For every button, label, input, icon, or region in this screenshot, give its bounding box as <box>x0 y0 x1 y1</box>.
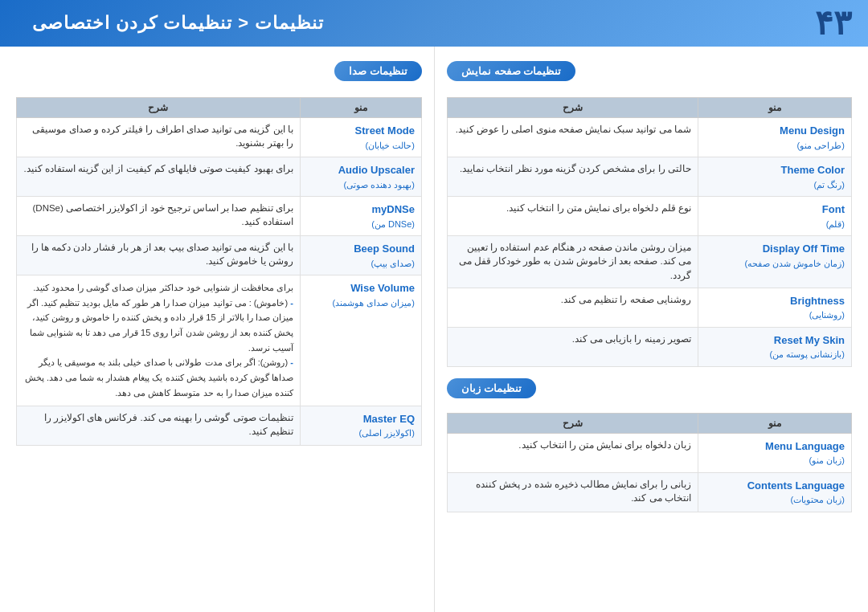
menu-sub-label: (بهبود دهنده صوتی) <box>307 178 415 192</box>
menu-sub-label: (روشنایی) <box>705 308 845 322</box>
menu-main-label: Master EQ <box>307 411 415 427</box>
menu-main-label: Font <box>705 202 845 218</box>
menu-main-label: Contents Language <box>705 478 845 494</box>
language-row: Contents Language (زبان محتویات) زبانی ر… <box>448 472 852 512</box>
sound-menu-cell: Master EQ (اکولایزر اصلی) <box>300 406 421 445</box>
lang-menu-header: منو <box>698 413 851 433</box>
menu-main-label: Audio Upscaler <box>307 162 415 178</box>
display-menu-cell: Reset My Skin (بازنشانی پوسته من) <box>698 327 851 366</box>
menu-sub-label: (رنگ تم) <box>705 178 845 192</box>
menu-main-label: Wise Volume <box>307 280 415 296</box>
sound-desc-text: تنظیمات صوتی گوشی را بهینه می کند. فرکان… <box>44 413 293 436</box>
main-content: تنظیمات صفحه نمایش منو شرح Menu Design (… <box>0 47 868 612</box>
menu-sub-label: (اکولایزر اصلی) <box>307 426 415 440</box>
sound-settings-table: منو شرح Street Mode (حالت خیابان) با این… <box>16 97 422 446</box>
sound-row: Audio Upscaler (بهبود دهنده صوتی) برای ب… <box>17 157 422 197</box>
menu-main-label: Display Off Time <box>705 241 845 257</box>
sound-row: myDNSe (DNSe من) برای تنظیم صدا بر اساس … <box>17 197 422 236</box>
menu-sub-label: (میزان صدای هوشمند) <box>307 296 415 310</box>
sound-row: Beep Sound (صدای بیپ) با این گزینه می تو… <box>17 236 422 275</box>
display-menu-cell: Brightness (روشنایی) <box>698 288 851 327</box>
menu-main-label: Brightness <box>705 293 845 309</box>
display-menu-cell: Font (قلم) <box>698 197 851 236</box>
sound-menu-cell: Beep Sound (صدای بیپ) <box>300 236 421 275</box>
menu-main-label: Beep Sound <box>307 241 415 257</box>
sound-desc-text: برای بهبود کیفیت صوتی فایلهای کم کیفیت ا… <box>23 164 293 173</box>
language-row: Menu Language (زبان منو) زبان دلخواه برا… <box>448 433 852 472</box>
menu-main-label: Theme Color <box>705 162 845 178</box>
menu-sub-label: (قلم) <box>705 218 845 231</box>
display-section-header: تنظیمات صفحه نمایش <box>447 61 852 89</box>
right-panel: تنظیمات صدا منو شرح Street Mode (حالت خی… <box>0 47 434 612</box>
menu-sub-label: (صدای بیپ) <box>307 257 415 271</box>
sound-desc-text: برای تنظیم صدا بر اساس ترجیح خود از اکول… <box>33 203 293 226</box>
display-badge: تنظیمات صفحه نمایش <box>447 61 575 81</box>
sound-row: Wise Volume (میزان صدای هوشمند) برای محا… <box>17 275 422 406</box>
display-row: Reset My Skin (بازنشانی پوسته من) تصویر … <box>448 327 852 366</box>
language-badge: تنظیمات زبان <box>447 378 536 398</box>
lang-desc-cell: زبانی را برای نمایش مطالب ذخیره شده در پ… <box>448 472 698 512</box>
page-number: ۴۳ <box>815 6 852 40</box>
sound-menu-cell: Wise Volume (میزان صدای هوشمند) <box>300 275 421 406</box>
sound-desc-cell: برای محافظت از شنوایی خود حداکثر میزان ص… <box>17 275 301 406</box>
lang-desc-header: شرح <box>448 413 698 433</box>
menu-main-label: Reset My Skin <box>705 333 845 349</box>
sound-desc-text: با این گزینه می توانید صدای بیپ بعد از ه… <box>31 243 293 266</box>
display-desc-cell: حالتی را برای مشخص کردن گزینه مورد نظر ا… <box>448 157 698 197</box>
left-panel: تنظیمات صفحه نمایش منو شرح Menu Design (… <box>434 47 868 612</box>
display-row: Font (قلم) نوع قلم دلخواه برای نمایش متن… <box>448 197 852 236</box>
sound-desc-header: شرح <box>17 98 301 118</box>
sound-badge: تنظیمات صدا <box>334 61 422 81</box>
wise-volume-desc: برای محافظت از شنوایی خود حداکثر میزان ص… <box>23 280 293 401</box>
display-settings-table: منو شرح Menu Design (طراحی منو) شما می ت… <box>447 97 852 367</box>
lang-menu-cell: Contents Language (زبان محتویات) <box>698 472 851 512</box>
sound-row: Street Mode (حالت خیابان) با این گزینه م… <box>17 118 422 157</box>
menu-sub-label: (حالت خیابان) <box>307 139 415 153</box>
sound-desc-cell: برای بهبود کیفیت صوتی فایلهای کم کیفیت ا… <box>17 157 301 197</box>
menu-sub-label: (زبان منو) <box>705 454 845 467</box>
menu-main-label: Menu Language <box>705 439 845 455</box>
display-row: Theme Color (رنگ تم) حالتی را برای مشخص … <box>448 157 852 197</box>
sound-desc-cell: برای تنظیم صدا بر اساس ترجیح خود از اکول… <box>17 197 301 236</box>
menu-sub-label: (بازنشانی پوسته من) <box>705 348 845 361</box>
display-row: Menu Design (طراحی منو) شما می توانید سب… <box>448 118 852 157</box>
sound-menu-cell: Street Mode (حالت خیابان) <box>300 118 421 157</box>
menu-main-label: myDNSe <box>307 202 415 218</box>
menu-sub-label: (زمان خاموش شدن صفحه) <box>705 257 845 271</box>
menu-sub-label: (طراحی منو) <box>705 139 845 153</box>
language-section: تنظیمات زبان منو شرح Menu Language (زبان… <box>447 378 852 512</box>
sound-section-header: تنظیمات صدا <box>16 61 422 89</box>
header-bar: ۴۳ تنظیمات < تنظیمات کردن اختصاصی <box>0 0 868 47</box>
sound-row: Master EQ (اکولایزر اصلی) تنظیمات صوتی گ… <box>17 406 422 445</box>
display-menu-cell: Theme Color (رنگ تم) <box>698 157 851 197</box>
lang-desc-cell: زبان دلخواه برای نمایش متن را انتخاب کنی… <box>448 433 698 472</box>
sound-menu-cell: Audio Upscaler (بهبود دهنده صوتی) <box>300 157 421 197</box>
display-desc-cell: روشنایی صفحه را تنظیم می کند. <box>448 288 698 327</box>
sound-menu-header: منو <box>300 98 421 118</box>
page-title: تنظیمات < تنظیمات کردن اختصاصی <box>32 13 324 34</box>
display-desc-cell: نوع قلم دلخواه برای نمایش متن را انتخاب … <box>448 197 698 236</box>
sound-desc-cell: تنظیمات صوتی گوشی را بهینه می کند. فرکان… <box>17 406 301 445</box>
language-settings-table: منو شرح Menu Language (زبان منو) زبان دل… <box>447 413 852 512</box>
display-row: Brightness (روشنایی) روشنایی صفحه را تنظ… <box>448 288 852 327</box>
sound-menu-cell: myDNSe (DNSe من) <box>300 197 421 236</box>
sound-desc-cell: با این گزینه می توانید صدای اطراف را فیل… <box>17 118 301 157</box>
lang-menu-cell: Menu Language (زبان منو) <box>698 433 851 472</box>
display-desc-cell: تصویر زمینه را بازیابی می کند. <box>448 327 698 366</box>
sound-desc-text: با این گزینه می توانید صدای اطراف را فیل… <box>32 124 293 148</box>
display-row: Display Off Time (زمان خاموش شدن صفحه) م… <box>448 236 852 288</box>
menu-sub-label: (DNSe من) <box>307 218 415 231</box>
display-desc-cell: شما می توانید سبک نمایش صفحه منوی اصلی ر… <box>448 118 698 157</box>
display-desc-header: شرح <box>448 98 698 118</box>
menu-sub-label: (زبان محتویات) <box>705 493 845 507</box>
display-menu-cell: Display Off Time (زمان خاموش شدن صفحه) <box>698 236 851 288</box>
display-menu-header: منو <box>698 98 851 118</box>
sound-desc-cell: با این گزینه می توانید صدای بیپ بعد از ه… <box>17 236 301 275</box>
display-menu-cell: Menu Design (طراحی منو) <box>698 118 851 157</box>
menu-main-label: Menu Design <box>705 123 845 139</box>
display-desc-cell: میزان روشن ماندن صفحه در هنگام عدم استفا… <box>448 236 698 288</box>
menu-main-label: Street Mode <box>307 123 415 139</box>
